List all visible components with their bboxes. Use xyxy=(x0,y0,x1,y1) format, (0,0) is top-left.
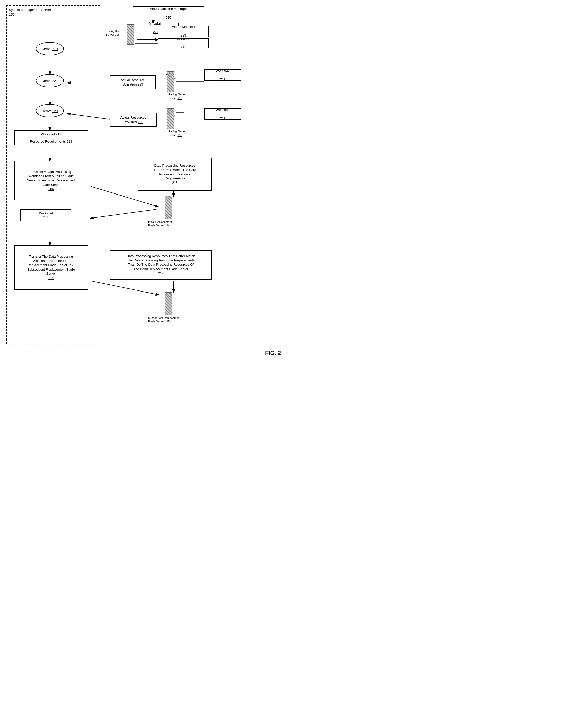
failing-blade-server-mid xyxy=(167,72,174,92)
workload-vm-box: Workload 211 xyxy=(158,38,209,49)
initial-replacement-blade-server xyxy=(165,196,172,219)
derive-221: Derive 221 xyxy=(36,74,64,87)
data-proc-not-match-box: Data Processing ResourcesThat Do Not Mat… xyxy=(138,158,212,191)
failing-blade-server-mid2-label: Failing BladeServer 108 xyxy=(168,130,185,137)
resource-req-box: Workload 211 Resource Requirements 213 xyxy=(14,130,88,146)
actual-resource-util-box: Actual ResourceUtilization 229 xyxy=(110,75,156,89)
svg-line-15 xyxy=(90,281,159,295)
workload-mid-left-box: Workload211 xyxy=(20,209,72,221)
failing-blade-server-mid2 xyxy=(167,108,174,129)
derive-219: Derive 219 xyxy=(36,42,64,55)
fig-label: FIG. 2 xyxy=(265,350,281,356)
actual-resources-provided-box: Actual ResourcesProvided 231 xyxy=(110,113,157,127)
subsequent-replacement-label: Subsequent ReplacementBlade Server 115 xyxy=(148,316,181,323)
workload-top-right-box: Workload 211 xyxy=(204,70,241,81)
subsequent-replacement-blade-server xyxy=(165,292,172,315)
vmm-box: Virtual Machine Manager 225 xyxy=(133,6,204,20)
failing-blade-server-mid-label: Failing BladeServer 108 xyxy=(168,93,185,100)
workload-mid-right-box: Workload 211 xyxy=(204,108,241,120)
diagram-container: System Management Server 152 Virtual Mac… xyxy=(0,0,291,364)
vm-box: Virtual Machine 223 xyxy=(158,26,209,37)
data-proc-better-match-box: Data Processing Resources That Better Ma… xyxy=(110,250,212,280)
transfer-314-box: Transfer The Data ProcessingWorkload Fro… xyxy=(14,245,88,290)
transfer-306-box: Transfer A Data ProcessingWorkload From … xyxy=(14,161,88,200)
system-mgmt-label: System Management Server 152 xyxy=(9,8,51,17)
svg-line-12 xyxy=(90,209,156,218)
failing-blade-server-top-label: Failing BladeServer 108 xyxy=(106,29,122,37)
initial-replacement-label: Initial ReplacementBlade Server 114 xyxy=(148,220,172,228)
failing-blade-server-top xyxy=(127,24,134,45)
derive-229: Derive 229 xyxy=(36,104,64,118)
